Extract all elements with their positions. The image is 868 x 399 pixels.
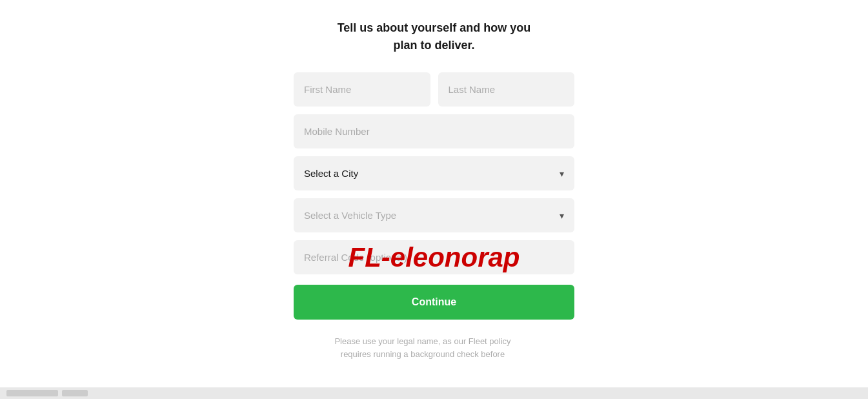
- page-wrapper: Tell us about yourself and how you plan …: [0, 0, 868, 373]
- referral-input[interactable]: [294, 240, 574, 274]
- mobile-input[interactable]: [294, 114, 574, 148]
- legal-notice: Please use your legal name, as our Fleet…: [294, 335, 552, 360]
- last-name-input[interactable]: [438, 72, 575, 107]
- city-select[interactable]: Select a City New York Los Angeles Chica…: [294, 156, 574, 190]
- bottom-bar: [0, 387, 868, 399]
- referral-field-wrapper: FL-eleonorap: [294, 240, 574, 274]
- city-select-wrapper: Select a City New York Los Angeles Chica…: [294, 156, 574, 190]
- signup-form: Select a City New York Los Angeles Chica…: [294, 72, 574, 360]
- first-name-input[interactable]: [294, 72, 430, 107]
- bottom-bar-item-1: [6, 390, 58, 396]
- vehicle-select[interactable]: Select a Vehicle Type Car Bike Scooter V…: [294, 198, 574, 232]
- continue-button[interactable]: Continue: [294, 285, 574, 320]
- page-title: Tell us about yourself and how you plan …: [338, 19, 531, 54]
- vehicle-select-wrapper: Select a Vehicle Type Car Bike Scooter V…: [294, 198, 574, 232]
- bottom-bar-item-2: [62, 390, 88, 396]
- name-row: [294, 72, 574, 107]
